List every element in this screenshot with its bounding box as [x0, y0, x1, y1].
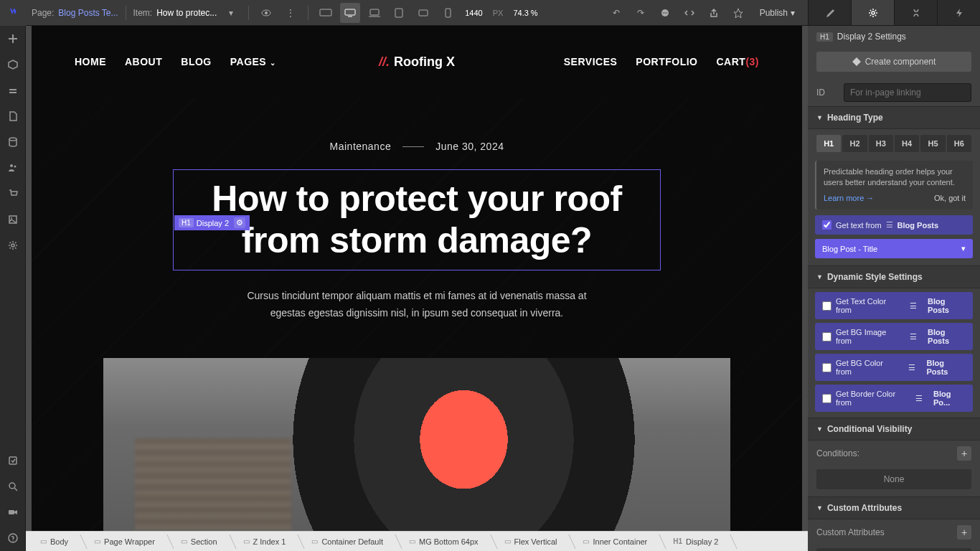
- help-icon[interactable]: [0, 525, 26, 551]
- crumb-container[interactable]: ▭Container Default: [297, 532, 395, 551]
- crumb-mg-bottom[interactable]: ▭MG Bottom 64px: [395, 532, 490, 551]
- conditions-row: Conditions: +: [808, 441, 980, 466]
- ok-got-it-button[interactable]: Ok, got it: [934, 193, 966, 204]
- pill-h5[interactable]: H5: [920, 135, 945, 152]
- search-icon[interactable]: [0, 474, 26, 499]
- tab-interactions[interactable]: [937, 0, 980, 25]
- pages-icon[interactable]: [0, 77, 26, 103]
- export-icon[interactable]: [704, 3, 724, 23]
- crumb-zindex[interactable]: ▭Z Index 1: [229, 532, 298, 551]
- add-condition-button[interactable]: +: [957, 446, 971, 461]
- dyn-text-color-row[interactable]: Get Text Color from ☰ Blog Posts: [815, 292, 973, 319]
- custom-attr-row: Custom Attributes +: [808, 519, 980, 545]
- settings-icon[interactable]: [0, 232, 26, 258]
- svg-rect-1: [9, 92, 17, 93]
- id-input[interactable]: [844, 83, 971, 102]
- item-selector[interactable]: How to protec...: [156, 8, 217, 18]
- pill-h6[interactable]: H6: [947, 135, 971, 152]
- svg-rect-0: [9, 89, 17, 90]
- svg-point-9: [9, 483, 15, 489]
- hero-section: Maintenance June 30, 2024 H1 Display 2 ⚙…: [32, 98, 802, 531]
- tab-style-manager[interactable]: [894, 0, 937, 25]
- code-icon[interactable]: [679, 3, 699, 23]
- section-conditional-visibility[interactable]: ▼Conditional Visibility: [808, 418, 980, 441]
- svg-point-2: [9, 138, 17, 141]
- svg-point-25: [872, 11, 875, 14]
- comments-icon[interactable]: [655, 3, 675, 23]
- svg-point-7: [11, 244, 14, 247]
- site-publish-icon[interactable]: [728, 3, 748, 23]
- viewport-desktop-xl-icon[interactable]: [316, 3, 336, 23]
- conditions-none: None: [816, 469, 971, 489]
- get-text-checkbox[interactable]: [822, 220, 831, 230]
- dyn-border-color-row[interactable]: Get Border Color from ☰ Blog Po...: [815, 385, 973, 412]
- crumb-inner-container[interactable]: ▭Inner Container: [568, 532, 659, 551]
- learn-more-link[interactable]: Learn more →: [824, 194, 874, 202]
- field-binding-dropdown[interactable]: Blog Post - Title▾: [815, 239, 973, 258]
- get-text-from-row[interactable]: Get text from ☰ Blog Posts: [815, 215, 973, 235]
- viewport-width[interactable]: 1440: [465, 9, 482, 17]
- publish-button[interactable]: Publish ▾: [753, 5, 802, 21]
- canvas[interactable]: HOME ABOUT BLOG PAGES ⌄ //. Roofing X SE…: [32, 26, 802, 531]
- pill-h1[interactable]: H1: [816, 135, 841, 152]
- crumb-page-wrapper[interactable]: ▭Page Wrapper: [80, 532, 166, 551]
- pill-h2[interactable]: H2: [842, 135, 867, 152]
- zoom-level[interactable]: 74.3 %: [513, 9, 537, 17]
- viewport-laptop-icon[interactable]: [364, 3, 385, 23]
- nav-portfolio[interactable]: PORTFOLIO: [636, 56, 697, 67]
- more-icon[interactable]: ⋮: [281, 3, 301, 23]
- chevron-down-icon[interactable]: ▾: [221, 3, 241, 23]
- cms-icon[interactable]: [0, 129, 26, 155]
- site-header: HOME ABOUT BLOG PAGES ⌄ //. Roofing X SE…: [32, 26, 802, 98]
- crumb-body[interactable]: ▭Body: [26, 532, 80, 551]
- selection-tag[interactable]: H1 Display 2 ⚙: [174, 215, 250, 230]
- svg-point-4: [14, 166, 17, 168]
- redo-icon[interactable]: ↷: [631, 3, 651, 23]
- post-excerpt[interactable]: Cursus tincidunt tempor aliquam mattis e…: [230, 288, 603, 322]
- section-custom-attributes[interactable]: ▼Custom Attributes: [808, 496, 980, 519]
- section-heading-type[interactable]: ▼Heading Type: [808, 106, 980, 129]
- site-logo[interactable]: //. Roofing X: [379, 55, 455, 70]
- svg-point-24: [666, 12, 667, 14]
- page-selector[interactable]: Blog Posts Te...: [58, 8, 118, 18]
- post-category[interactable]: Maintenance: [330, 141, 392, 152]
- tab-settings[interactable]: [851, 0, 894, 25]
- create-component-button[interactable]: Create component: [816, 52, 971, 72]
- preview-icon[interactable]: [256, 3, 276, 23]
- viewport-mobile-landscape-icon[interactable]: [413, 3, 433, 23]
- navigator-icon[interactable]: [0, 52, 26, 77]
- add-element-icon[interactable]: [0, 26, 26, 52]
- viewport-desktop-icon[interactable]: [340, 3, 360, 23]
- dyn-bg-image-row[interactable]: Get BG Image from ☰ Blog Posts: [815, 323, 973, 350]
- viewport-mobile-icon[interactable]: [438, 3, 458, 23]
- post-featured-image[interactable]: [103, 358, 730, 531]
- undo-icon[interactable]: ↶: [606, 3, 626, 23]
- dyn-bg-color-row[interactable]: Get BG Color from ☰ Blog Posts: [815, 354, 973, 381]
- users-icon[interactable]: [0, 155, 26, 181]
- crumb-flex-vertical[interactable]: ▭Flex Vertical: [490, 532, 569, 551]
- assets-icon[interactable]: [0, 207, 26, 232]
- nav-blog[interactable]: BLOG: [181, 56, 211, 67]
- post-date: June 30, 2024: [435, 141, 504, 152]
- nav-cart[interactable]: CART(3): [716, 56, 759, 67]
- audit-icon[interactable]: [0, 448, 26, 474]
- page-icon[interactable]: [0, 103, 26, 129]
- viewport-tablet-icon[interactable]: [389, 3, 409, 23]
- crumb-display-2[interactable]: H1Display 2: [659, 532, 730, 551]
- pill-h4[interactable]: H4: [895, 135, 919, 152]
- meta-divider: [402, 146, 424, 147]
- video-icon[interactable]: [0, 499, 26, 525]
- webflow-logo-icon[interactable]: [0, 0, 26, 26]
- pill-h3[interactable]: H3: [869, 135, 893, 152]
- nav-pages[interactable]: PAGES ⌄: [230, 56, 275, 67]
- crumb-section[interactable]: ▭Section: [166, 532, 229, 551]
- nav-home[interactable]: HOME: [75, 56, 106, 67]
- ecommerce-icon[interactable]: [0, 181, 26, 207]
- section-dynamic-style[interactable]: ▼Dynamic Style Settings: [808, 265, 980, 288]
- breadcrumb-bar: ▭Body ▭Page Wrapper ▭Section ▭Z Index 1 …: [26, 531, 808, 551]
- selection-gear-icon[interactable]: ⚙: [234, 217, 245, 228]
- nav-services[interactable]: SERVICES: [564, 56, 618, 67]
- add-attribute-button[interactable]: +: [957, 525, 971, 540]
- nav-about[interactable]: ABOUT: [125, 56, 162, 67]
- tab-style[interactable]: [808, 0, 851, 25]
